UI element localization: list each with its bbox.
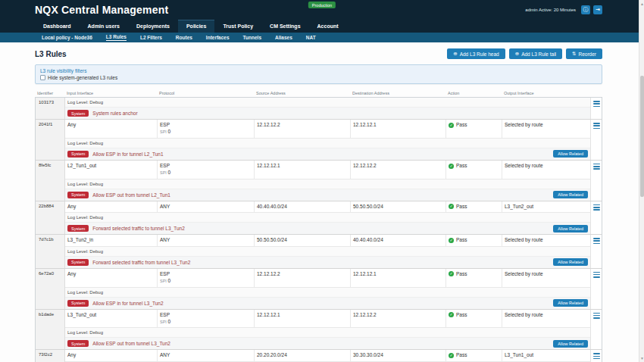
nav-tab-trust-policy[interactable]: Trust Policy [214, 20, 261, 33]
source-address-cell: 20.20.20.0/24 [255, 350, 351, 360]
protocol-cell: ESPSPI 0 [158, 161, 255, 179]
subnav-tab-nat[interactable]: NAT [299, 33, 323, 42]
spi-label: SPI [160, 320, 167, 324]
input-interface-cell: L3_Tun2_in [65, 235, 158, 245]
table-header: IdentifierInput InterfaceProtocolSource … [35, 91, 602, 95]
scroll-down-icon[interactable]: ▼ [639, 356, 644, 360]
allow-related-button[interactable]: Allow Related [553, 258, 588, 266]
button-label: Add L3 Rule tail [521, 51, 556, 57]
l3-rules-table: 103173Log Level: DebugSystemSystem rules… [35, 97, 602, 362]
rule-menu-icon[interactable] [593, 272, 600, 278]
subnav-tab-aliases[interactable]: Aliases [268, 33, 299, 42]
allow-related-button[interactable]: Allow Related [553, 225, 588, 232]
rule-menu-cell [590, 120, 602, 160]
subnav-tab-interfaces[interactable]: Interfaces [199, 33, 236, 42]
session-area: admin Active: 20 Minutes ⓘ ⇥ [525, 0, 602, 20]
protocol-value: ESP [160, 312, 170, 317]
allow-related-button[interactable]: Allow Related [553, 299, 588, 307]
subnav-tab-tunnels[interactable]: Tunnels [236, 33, 268, 42]
pass-check-icon: ✓ [449, 271, 454, 276]
add-l3-rule-head-button[interactable]: ⊕Add L3 Rule head [447, 48, 505, 59]
system-description: Forward selected traffic to tunnel L3_Tu… [92, 226, 184, 231]
button-icon: ⇅ [572, 51, 576, 57]
spi-value: 0 [167, 170, 170, 175]
scroll-up-icon[interactable]: ▲ [639, 2, 644, 6]
top-header: NQX Central Management Production admin … [0, 0, 644, 20]
nav-tab-admin-users[interactable]: Admin users [80, 20, 128, 33]
column-header-output-interface: Output Interface [502, 91, 591, 95]
log-level-row: Log Level: Debug [65, 328, 590, 338]
action-pass: ✓Pass [449, 204, 499, 210]
rule-menu-cell [590, 269, 602, 309]
destination-address-cell: 30.30.30.0/24 [351, 350, 446, 360]
action-cell: ✓Pass [446, 120, 502, 138]
page-actions: ⊕Add L3 Rule head⊕Add L3 Rule tail⇅Reord… [447, 48, 602, 59]
filters-title: L3 rule visibility filters [40, 68, 597, 73]
scrollbar-thumb[interactable] [640, 76, 644, 197]
system-badge: System [67, 300, 89, 307]
allow-related-button[interactable]: Allow Related [553, 150, 588, 158]
allow-related-button[interactable]: Allow Related [553, 191, 588, 198]
output-interface-cell: L3_Tun2_out [502, 201, 592, 212]
rule-menu-icon[interactable] [593, 353, 600, 359]
reorder-button[interactable]: ⇅Reorder [566, 48, 602, 59]
hide-system-rules-checkbox[interactable] [40, 75, 45, 80]
nav-tab-cm-settings[interactable]: CM Settings [261, 20, 308, 33]
protocol-cell: ESPSPI 0 [158, 269, 255, 287]
rule-menu-icon[interactable] [593, 238, 600, 244]
rule-main-row: L3_Tun2_inANY50.50.50.0/2440.40.40.0/24✓… [65, 235, 590, 246]
rule-menu-icon[interactable] [593, 204, 600, 211]
action-cell: ✓Pass [446, 235, 502, 245]
action-pass: ✓Pass [449, 237, 499, 243]
subnav-tab-l2-filters[interactable]: L2 Filters [133, 33, 169, 42]
page-head: L3 Rules ⊕Add L3 Rule head⊕Add L3 Rule t… [35, 48, 602, 59]
action-pass: ✓Pass [449, 312, 499, 318]
nav-tab-policies[interactable]: Policies [178, 20, 214, 33]
rule-identifier: 8fe5fc [36, 161, 65, 201]
subnav-tab-label: Routes [176, 35, 192, 40]
subnav-tab-l3-rules[interactable]: L3 Rules [99, 33, 133, 42]
rule-menu-cell [590, 201, 602, 234]
rule-main-row: AnyESPSPI 012.12.12.212.12.12.1✓PassSele… [65, 269, 590, 288]
add-l3-rule-tail-button[interactable]: ⊕Add L3 Rule tail [509, 48, 562, 59]
rule-row: 2041f1AnyESPSPI 012.12.12.212.12.12.1✓Pa… [36, 120, 602, 161]
protocol-value: ESP [160, 271, 170, 276]
browser-scrollbar[interactable]: ▲ ▼ [639, 0, 644, 362]
allow-related-button[interactable]: Allow Related [553, 340, 588, 348]
protocol-value: ESP [160, 122, 170, 127]
action-label: Pass [456, 352, 467, 358]
subnav-tab-label: NAT [306, 35, 316, 40]
nav-tab-deployments[interactable]: Deployments [128, 20, 178, 33]
secondary-nav: Local policy - Node36L3 RulesL2 FiltersR… [0, 33, 644, 42]
rule-row: 6e72a0AnyESPSPI 012.12.12.212.12.12.1✓Pa… [36, 269, 602, 310]
spi-value: 0 [167, 319, 170, 324]
column-header-grid: Input InterfaceProtocolSource AddressDes… [64, 91, 602, 95]
protocol-cell: ANY [158, 235, 255, 245]
rule-menu-icon[interactable] [593, 313, 600, 319]
action-cell: ✓Pass [446, 161, 502, 179]
output-interface-cell: Selected by route [502, 161, 592, 179]
column-header-identifier: Identifier [35, 91, 64, 95]
rule-menu-icon[interactable] [593, 164, 600, 170]
pass-check-icon: ✓ [449, 204, 454, 209]
protocol-value: ANY [160, 237, 170, 242]
rule-menu-icon[interactable] [593, 101, 600, 107]
source-address-cell: 12.12.12.1 [255, 310, 351, 328]
rule-menu-icon[interactable] [593, 123, 600, 129]
action-label: Pass [456, 237, 467, 243]
hide-system-rules-label: Hide system-generated L3 rules [48, 75, 117, 80]
rule-main-row: L3_Tun2_outESPSPI 012.12.12.112.12.12.2✓… [65, 310, 590, 329]
action-pass: ✓Pass [449, 352, 499, 358]
action-pass: ✓Pass [449, 271, 499, 277]
subnav-tab-routes[interactable]: Routes [169, 33, 199, 42]
system-description: Forward selected traffic from tunnel L3_… [92, 260, 190, 265]
nav-tab-dashboard[interactable]: Dashboard [35, 20, 80, 33]
info-icon[interactable]: ⓘ [581, 5, 590, 14]
subnav-tab-local-policy-node36[interactable]: Local policy - Node36 [35, 33, 99, 42]
environment-badge: Production [308, 2, 336, 8]
sign-out-icon[interactable]: ⇥ [593, 5, 602, 14]
system-description: System rules anchor [92, 111, 137, 116]
rule-body: AnyANY40.40.40.0/2450.50.50.0/24✓PassL3_… [65, 201, 590, 234]
nav-tab-account[interactable]: Account [309, 20, 347, 33]
protocol-cell: ANY [158, 201, 255, 212]
